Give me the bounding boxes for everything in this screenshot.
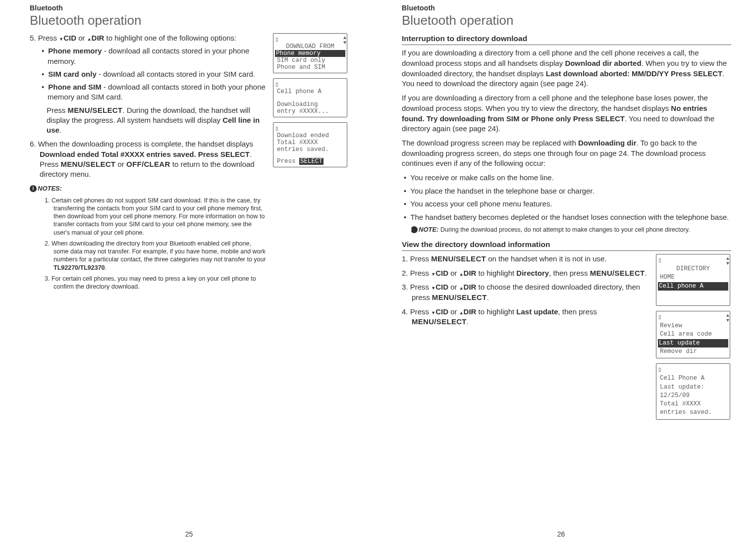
battery-icon: ▯: [275, 81, 278, 88]
page-left: Bluetooth Bluetooth operation Press CID …: [0, 0, 378, 545]
updown-arrows-icon: ▲▼: [726, 256, 728, 266]
txt: .: [467, 317, 469, 326]
right-lcd-column: ▯▲▼ DIRECTORY HOME Cell phone A ▯▲▼ Revi…: [656, 254, 731, 425]
menu-select-key: MENU/SELECT: [412, 317, 467, 326]
page-number-right: 26: [402, 530, 720, 538]
note-1: Certain cell phones do not support SIM c…: [45, 197, 266, 237]
lcd-line: 12/25/09: [660, 392, 728, 400]
txt: If you are downloading a directory from …: [402, 94, 708, 112]
download-ended-msg: Download ended Total #XXXX entries saved…: [40, 150, 250, 158]
para-interrupt-3: The download progress screen may be repl…: [402, 138, 731, 169]
updown-arrows-icon: ▲▼: [343, 36, 345, 46]
lcd-download-ended: ▯ Download ended Total #XXXX entries sav…: [273, 122, 347, 167]
directory-bold: Directory: [516, 269, 549, 277]
note-3: For certain cell phones, you may need to…: [45, 275, 266, 291]
lcd-blank: [277, 95, 345, 101]
lcd-title: DOWNLOAD FROM: [277, 43, 345, 50]
down-triangle-icon: [431, 283, 435, 291]
msg-bold: Download dir aborted: [565, 59, 641, 67]
model-number: TL92270/TL92370: [54, 264, 105, 271]
notes-label: NOTES:: [38, 185, 62, 192]
opt-label: Phone and SIM: [48, 83, 102, 91]
view-step-3: Press CID or DIR to choose the desired d…: [402, 282, 650, 302]
txt: Press: [410, 307, 432, 316]
lcd-press-select: Press SELECT: [277, 158, 345, 165]
step-5: Press CID or DIR to highlight one of the…: [30, 33, 266, 135]
lcd-line: Review: [660, 322, 728, 330]
txt: or: [76, 34, 87, 42]
lcd-downloading: ▯ Cell phone A Downloading entry #XXXX..…: [273, 78, 347, 117]
updown-arrows-icon: ▲▼: [726, 313, 728, 323]
txt: When the downloading process is complete…: [38, 140, 253, 148]
view-steps: Press MENU/SELECT on the handset when it…: [402, 254, 650, 327]
notes-list-wrap: Certain cell phones do not support SIM c…: [30, 197, 266, 291]
lcd-line: Total #XXXX: [660, 400, 728, 408]
battery-icon: ▯: [275, 125, 278, 132]
cid-label: CID: [435, 283, 448, 291]
notes-list: Certain cell phones do not support SIM c…: [40, 197, 266, 291]
txt: or: [448, 307, 459, 316]
dir-label: DIR: [464, 283, 477, 291]
section-title-right: Bluetooth operation: [402, 13, 731, 28]
txt: or: [448, 269, 459, 277]
lcd-line: SIM card only: [277, 57, 345, 64]
txt: , then press: [558, 307, 597, 316]
txt: on the handset when it is not in use.: [486, 254, 607, 263]
battery-icon: ▯: [658, 256, 661, 265]
lcd-line: entries saved.: [277, 146, 345, 153]
bullet-item: The handset battery becomes depleted or …: [402, 212, 731, 223]
select-highlight: SELECT: [299, 158, 324, 165]
lcd-line-highlight: Cell phone A: [658, 282, 728, 291]
note-text: During the download process, do not atte…: [438, 226, 690, 233]
lcd-line: entry #XXXX...: [277, 108, 345, 115]
txt: .: [645, 269, 647, 277]
lcd-line: Remove dir: [660, 347, 728, 356]
menu-select-key: MENU/SELECT: [432, 293, 487, 301]
note-block-right: iNOTE: During the download process, do n…: [402, 226, 731, 234]
battery-icon: ▯: [658, 366, 661, 374]
left-lcd-column: ▯▲▼ DOWNLOAD FROM Phone memory SIM card …: [273, 33, 348, 294]
menu-select-key: MENU/SELECT: [431, 254, 486, 263]
lcd-line: Last update:: [660, 383, 728, 392]
cid-label: CID: [435, 269, 448, 277]
view-step-1: Press MENU/SELECT on the handset when it…: [402, 254, 650, 264]
lcd-line: Total #XXXX: [277, 139, 345, 146]
lcd-title: DIRECTORY: [660, 265, 728, 273]
txt: , then press: [549, 269, 590, 277]
para-interrupt-1: If you are downloading a directory from …: [402, 48, 731, 89]
view-step-4: Press CID or DIR to highlight Last updat…: [402, 307, 650, 327]
dir-label: DIR: [464, 269, 477, 277]
lcd-line: Phone and SIM: [277, 64, 345, 71]
msg-bold: Downloading dir: [578, 139, 637, 147]
txt: Press: [410, 269, 432, 277]
last-update-bold: Last update: [516, 307, 558, 316]
page-header-left: Bluetooth: [30, 4, 348, 12]
down-triangle-icon: [431, 269, 435, 277]
left-text-column: Press CID or DIR to highlight one of the…: [30, 33, 266, 294]
opt-sim-only: SIM card only - download all contacts st…: [40, 69, 266, 79]
page-header-right: Bluetooth: [402, 4, 731, 12]
para-interrupt-2: If you are downloading a directory from …: [402, 93, 731, 134]
info-icon: i: [30, 185, 37, 192]
subhead-view-info: View the directory download information: [402, 239, 731, 251]
txt: When downloading the directory from your…: [52, 240, 266, 263]
lcd-blank: [277, 153, 345, 158]
battery-icon: ▯: [275, 36, 278, 43]
right-two-col: Press MENU/SELECT on the handset when it…: [402, 254, 731, 425]
up-triangle-icon: [459, 283, 464, 291]
opt-text: - download all contacts stored in your S…: [97, 70, 255, 78]
left-body: Press CID or DIR to highlight one of the…: [30, 33, 348, 294]
page-number-left: 25: [30, 530, 348, 538]
down-triangle-icon: [431, 307, 435, 316]
section-title-left: Bluetooth operation: [30, 13, 348, 28]
opt-phone-sim: Phone and SIM - download all contacts st…: [40, 82, 266, 102]
note-2: When downloading the directory from your…: [45, 240, 266, 272]
txt: .: [59, 126, 61, 134]
battery-icon: ▯: [658, 313, 661, 322]
bullet-item: You place the handset in the telephone b…: [402, 186, 731, 197]
subhead-interruption: Interruption to directory download: [402, 33, 731, 45]
txt: to highlight one of the following option…: [104, 34, 236, 42]
dir-label: DIR: [92, 34, 105, 42]
info-icon: i: [411, 226, 418, 233]
lcd-review-menu: ▯▲▼ Review Cell area code Last update Re…: [656, 311, 730, 358]
